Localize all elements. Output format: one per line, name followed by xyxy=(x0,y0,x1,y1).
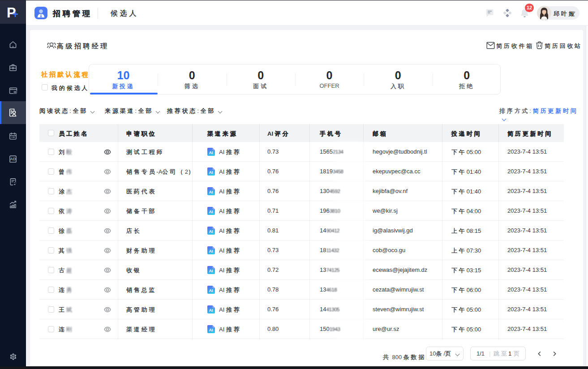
svg-text:AI: AI xyxy=(209,288,213,293)
svg-text:AI: AI xyxy=(209,210,213,214)
svg-text:AI: AI xyxy=(209,229,213,234)
svg-text:AI: AI xyxy=(209,150,213,155)
svg-text:AI: AI xyxy=(209,308,213,313)
svg-text:AI: AI xyxy=(209,170,213,175)
svg-text:AI: AI xyxy=(209,269,213,273)
svg-text:AI: AI xyxy=(209,249,213,253)
svg-text:AI: AI xyxy=(209,328,213,332)
svg-text:AI: AI xyxy=(209,190,213,194)
svg-text:AD: AD xyxy=(10,157,16,161)
